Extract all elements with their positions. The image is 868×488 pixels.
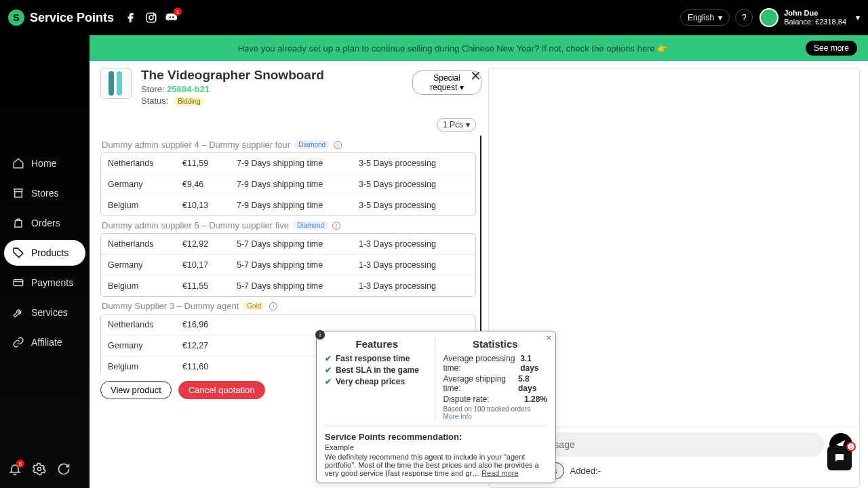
price-row[interactable]: Germany€9,467-9 Days shipping time3-5 Da…: [101, 174, 475, 195]
shipping: 7-9 Days shipping time: [237, 201, 359, 210]
stat-row: Dispute rate:1.28%: [443, 394, 548, 404]
based-on: Based on 100 tracked orders More Info: [443, 405, 548, 420]
see-more-button[interactable]: See more: [806, 41, 857, 56]
price: €11,60: [182, 362, 237, 371]
processing: [359, 320, 467, 329]
sidebar-item-payments[interactable]: Payments: [4, 270, 85, 296]
svg-point-3: [149, 16, 153, 20]
sidebar-item-label: Services: [31, 307, 68, 318]
instagram-icon[interactable]: [145, 12, 157, 24]
price: €12,92: [182, 239, 237, 249]
wrench-icon: [12, 306, 24, 319]
notifications-badge: 6: [16, 460, 24, 468]
shipping: 7-9 Days shipping time: [237, 159, 359, 168]
supplier-rows: Netherlands€11,597-9 Days shipping time3…: [100, 152, 476, 216]
info-icon[interactable]: i: [332, 222, 340, 230]
stat-row: Average shipping time:5.8 days: [443, 374, 548, 393]
country: Belgium: [108, 281, 182, 291]
country: Germany: [108, 180, 182, 189]
recommendation-example: Example: [325, 443, 547, 451]
stat-value: 3.1 days: [520, 354, 547, 373]
supplier-header: Dummy admin supplier 4 – Dummy supplier …: [100, 136, 476, 152]
social-links: 1: [125, 12, 178, 24]
supplier-name: Dummy admin supplier 5 – Dummy supplier …: [102, 220, 289, 230]
shipping: 7-9 Days shipping time: [237, 180, 359, 189]
price-row[interactable]: Belgium€11,555-7 Days shipping time1-3 D…: [101, 275, 475, 296]
feature-item: ✔Very cheap prices: [325, 377, 429, 386]
info-icon[interactable]: i: [269, 302, 277, 310]
help-button[interactable]: ?: [735, 9, 753, 26]
price-row[interactable]: Netherlands€11,597-9 Days shipping time3…: [101, 153, 475, 174]
feature-item: ✔Fast response time: [325, 354, 429, 363]
bell-icon[interactable]: 6: [8, 462, 22, 476]
price-row[interactable]: Germany€10,175-7 Days shipping time1-3 D…: [101, 254, 475, 275]
refresh-icon[interactable]: [57, 462, 71, 476]
country: Belgium: [108, 201, 182, 210]
price-row[interactable]: Belgium€10,137-9 Days shipping time3-5 D…: [101, 195, 475, 216]
sidebar-item-orders[interactable]: Orders: [4, 210, 85, 236]
cancel-quotation-button[interactable]: Cancel quotation: [178, 381, 265, 399]
shipping: 5-7 Days shipping time: [237, 239, 359, 249]
processing: 1-3 Days processing: [359, 260, 467, 270]
status-label: Status:: [141, 96, 168, 106]
quantity-label: 1 Pcs: [443, 120, 463, 129]
tag-icon: [12, 247, 24, 259]
country: Belgium: [108, 362, 182, 371]
sidebar-item-label: Stores: [31, 188, 58, 199]
sidebar-item-products[interactable]: Products: [4, 240, 85, 266]
store-label: Store:: [141, 84, 165, 94]
price: €11,59: [182, 159, 237, 168]
svg-rect-8: [117, 71, 122, 96]
processing: 3-5 Days processing: [359, 180, 467, 189]
brand-logo[interactable]: S Service Points: [8, 9, 114, 26]
quantity-select[interactable]: 1 Pcs ▾: [437, 118, 476, 131]
sidebar-item-label: Affiliate: [31, 337, 62, 348]
sidebar-item-home[interactable]: Home: [4, 150, 85, 176]
shipping: 5-7 Days shipping time: [237, 260, 359, 270]
recommendation-body: We definitely recommend this agent to in…: [325, 453, 547, 477]
sidebar-item-label: Orders: [31, 218, 60, 228]
language-select[interactable]: English ▾: [680, 9, 730, 26]
feature-label: Fast response time: [336, 354, 410, 363]
bag-icon: [12, 217, 24, 229]
more-info-link[interactable]: More Info: [443, 413, 472, 420]
topbar: S Service Points 1 English ▾ ? John Due …: [0, 0, 868, 35]
check-icon: ✔: [325, 377, 332, 386]
features-heading: Features: [325, 338, 429, 350]
chat-fab[interactable]: 0: [827, 446, 852, 470]
close-icon[interactable]: ✕: [546, 334, 551, 342]
sidebar-item-affiliate[interactable]: Affiliate: [4, 329, 85, 355]
facebook-icon[interactable]: [125, 12, 137, 24]
sidebar-item-stores[interactable]: Stores: [4, 180, 85, 206]
price: €10,13: [182, 201, 237, 210]
stat-value: 1.28%: [524, 394, 547, 404]
price-row[interactable]: Netherlands€12,925-7 Days shipping time1…: [101, 234, 475, 254]
chevron-down-icon: ▾: [718, 13, 722, 22]
country: Germany: [108, 341, 182, 350]
svg-text:S: S: [13, 12, 19, 23]
sidebar-item-services[interactable]: Services: [4, 300, 85, 325]
sidebar-item-label: Products: [31, 247, 68, 258]
user-menu[interactable]: John Due Balance: €2318,84 ▾: [760, 8, 860, 27]
gear-icon[interactable]: [33, 462, 46, 476]
stat-label: Average shipping time:: [443, 374, 519, 393]
svg-point-6: [38, 468, 41, 471]
processing: 1-3 Days processing: [359, 239, 467, 249]
read-more-link[interactable]: Read more: [481, 469, 518, 477]
price: €9,46: [182, 180, 237, 189]
discord-icon[interactable]: 1: [165, 12, 178, 24]
view-product-button[interactable]: View product: [100, 381, 172, 399]
logo-mark-icon: S: [8, 9, 24, 26]
price: €16,96: [182, 320, 237, 329]
check-icon: ✔: [325, 354, 332, 363]
product-title: The Videographer Snowboard: [141, 68, 324, 83]
tier-badge: Diamond: [294, 140, 330, 149]
processing: 3-5 Days processing: [359, 201, 467, 210]
feature-label: Very cheap prices: [336, 377, 405, 386]
statistics-heading: Statistics: [443, 338, 548, 350]
chevron-down-icon: ▾: [466, 120, 470, 129]
info-icon[interactable]: i: [334, 141, 342, 149]
tier-badge: Gold: [243, 302, 265, 310]
check-icon: ✔: [325, 365, 332, 375]
close-icon[interactable]: ✕: [470, 68, 481, 84]
